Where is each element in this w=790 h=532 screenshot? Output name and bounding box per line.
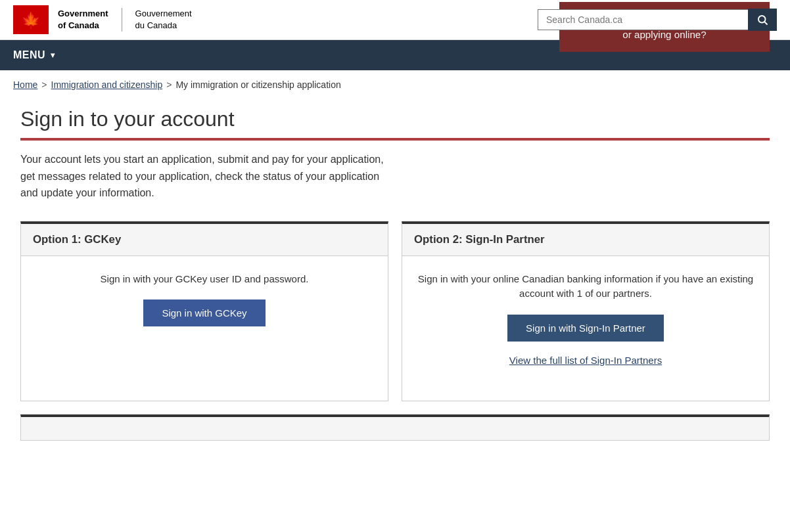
options-row: Option 1: GCKey Sign in with your GCKey … [20,221,770,401]
search-input[interactable] [538,9,748,30]
chevron-down-icon: ▾ [51,51,55,60]
option-gckey-desc: Sign in with your GCKey user ID and pass… [101,272,309,287]
svg-text:🍁: 🍁 [21,11,41,30]
government-name-fr: Gouvernement du Canada [135,8,192,32]
logo-area: 🍁 Government of Canada Gouvernement du C… [13,5,192,34]
breadcrumb-sep-2: > [166,79,172,90]
breadcrumb: Home > Immigration and citizenship > My … [0,70,790,94]
bottom-card [20,414,770,441]
option-signin-partner-body: Sign in with your online Canadian bankin… [402,256,769,401]
page-title: Sign in to your account [20,107,770,141]
name-divider [122,8,122,32]
main-content: Need help signing in or applying online?… [7,94,783,467]
breadcrumb-home[interactable]: Home [13,79,37,90]
svg-line-3 [764,22,767,24]
government-name: Government of Canada [58,8,108,32]
option-gckey-header: Option 1: GCKey [21,224,388,256]
menu-button[interactable]: MENU ▾ [0,40,68,70]
sign-in-partner-button[interactable]: Sign in with Sign-In Partner [507,315,664,342]
option-gckey-card: Option 1: GCKey Sign in with your GCKey … [20,221,388,401]
canada-flag: 🍁 [13,5,49,34]
intro-text: Your account lets you start an applicati… [20,151,388,202]
option-signin-partner-card: Option 2: Sign-In Partner Sign in with y… [402,221,770,401]
breadcrumb-sep-1: > [41,79,47,90]
option-gckey-body: Sign in with your GCKey user ID and pass… [21,256,388,401]
svg-point-2 [758,16,766,23]
search-button[interactable] [748,9,777,31]
search-area [538,9,777,31]
breadcrumb-immigration[interactable]: Immigration and citizenship [51,79,163,90]
view-partners-link[interactable]: View the full list of Sign-In Partners [509,355,662,366]
sign-in-gckey-button[interactable]: Sign in with GCKey [143,299,265,326]
breadcrumb-current: My immigration or citizenship applicatio… [175,79,340,90]
option-signin-partner-desc: Sign in with your online Canadian bankin… [414,272,757,301]
option-signin-partner-header: Option 2: Sign-In Partner [402,224,769,256]
